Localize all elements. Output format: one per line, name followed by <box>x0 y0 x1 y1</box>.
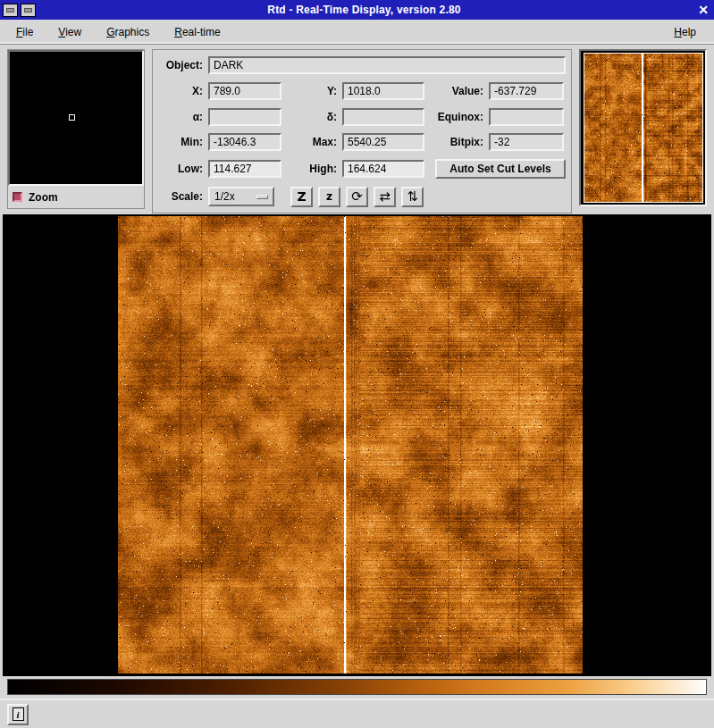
titlebar: Rtd - Real-Time Display, version 2.80 ✕ <box>0 0 714 20</box>
y-label: Y: <box>292 85 337 97</box>
zoom-panel: Zoom <box>7 49 145 209</box>
zoom-out-button[interactable]: z <box>318 187 340 207</box>
rotate-icon[interactable]: ⟳ <box>346 187 368 207</box>
menu-help[interactable]: Help <box>667 22 703 42</box>
option-menu-indicator-icon <box>256 195 268 199</box>
colorbar <box>7 679 707 695</box>
min-field[interactable] <box>208 133 281 151</box>
zoom-in-button[interactable]: Z <box>290 187 313 207</box>
alpha-label: α: <box>158 111 203 123</box>
menu-graphics[interactable]: Graphics <box>99 22 156 42</box>
image-display-area <box>3 214 711 676</box>
zoom-indicator-icon <box>13 192 22 202</box>
info-icon: i <box>13 707 24 721</box>
x-field[interactable] <box>208 82 281 100</box>
rtd-window: Rtd - Real-Time Display, version 2.80 ✕ … <box>0 0 714 728</box>
info-button[interactable]: i <box>7 704 29 725</box>
object-row: Object: <box>158 56 566 74</box>
alpha-field[interactable] <box>208 108 281 126</box>
bitpix-field[interactable] <box>489 133 564 151</box>
zoom-toolbar: Z z ⟳ ⇄ ⇅ <box>290 187 424 207</box>
object-label: Object: <box>158 59 203 71</box>
menu-file[interactable]: File <box>9 22 40 42</box>
menubar: File View Graphics Real-time Help <box>0 20 714 45</box>
y-field[interactable] <box>342 82 424 100</box>
zoom-toggle[interactable]: Zoom <box>8 186 144 208</box>
scale-value: 1/2x <box>214 190 256 203</box>
menu-realtime[interactable]: Real-time <box>167 22 227 42</box>
low-field[interactable] <box>208 160 281 178</box>
scale-row: Scale: 1/2x Z z ⟳ ⇄ ⇅ <box>158 187 566 207</box>
flip-y-icon[interactable]: ⇅ <box>401 187 424 207</box>
high-field[interactable] <box>342 160 424 178</box>
max-field[interactable] <box>342 133 424 151</box>
bitpix-label: Bitpix: <box>433 136 483 148</box>
window-menu-icon[interactable] <box>3 4 18 17</box>
equinox-label: Equinox: <box>433 111 483 123</box>
low-label: Low: <box>158 163 203 175</box>
scale-option-menu[interactable]: 1/2x <box>208 187 274 206</box>
value-field[interactable] <box>489 82 564 100</box>
window-title: Rtd - Real-Time Display, version 2.80 <box>36 4 693 16</box>
zoom-view <box>8 50 144 186</box>
delta-field[interactable] <box>342 108 424 126</box>
delta-label: δ: <box>292 111 337 123</box>
zoom-label: Zoom <box>29 191 58 204</box>
value-label: Value: <box>433 85 483 97</box>
equinox-field[interactable] <box>489 108 564 126</box>
close-icon[interactable]: ✕ <box>693 3 714 17</box>
position-row: X: Y: Value: <box>158 82 566 100</box>
x-label: X: <box>158 85 203 97</box>
auto-set-cut-levels-button[interactable]: Auto Set Cut Levels <box>435 159 566 179</box>
high-label: High: <box>292 163 337 175</box>
max-label: Max: <box>292 136 337 148</box>
object-field[interactable] <box>208 56 566 74</box>
pan-window[interactable] <box>579 49 707 206</box>
menu-view[interactable]: View <box>51 22 88 42</box>
scale-label: Scale: <box>158 190 203 203</box>
colorbar-canvas <box>8 680 706 694</box>
control-panel: Zoom Object: X: Y: Value: α: δ: Eq <box>0 45 714 214</box>
window-minimize-icon[interactable] <box>21 4 36 17</box>
pan-canvas[interactable] <box>584 53 703 203</box>
cutlevels-row: Low: High: Auto Set Cut Levels <box>158 159 566 179</box>
wcs-row: α: δ: Equinox: <box>158 108 566 126</box>
main-image-canvas[interactable] <box>118 216 583 674</box>
minmax-row: Min: Max: Bitpix: <box>158 133 566 151</box>
flip-x-icon[interactable]: ⇄ <box>374 187 396 207</box>
min-label: Min: <box>158 136 203 148</box>
info-panel: Object: X: Y: Value: α: δ: Equinox: <box>152 49 572 213</box>
statusbar: i <box>0 699 714 728</box>
zoom-view-canvas <box>10 52 142 184</box>
